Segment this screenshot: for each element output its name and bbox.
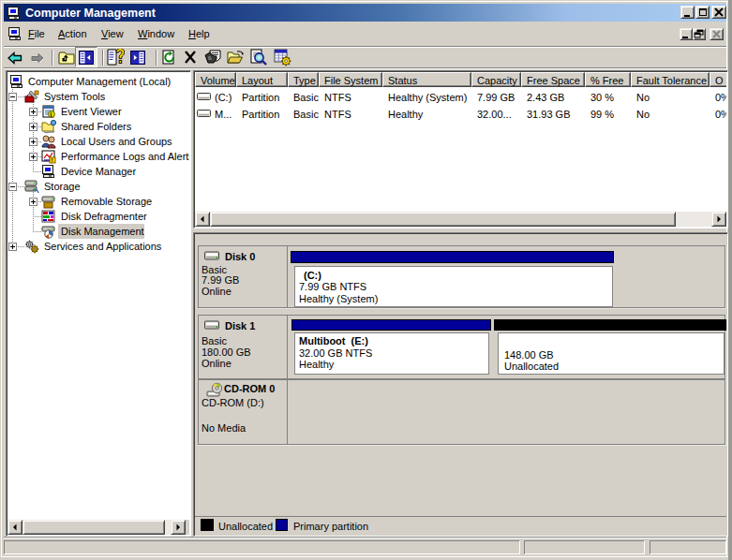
svg-text:!: ! bbox=[52, 157, 53, 163]
svg-text:i: i bbox=[51, 111, 52, 118]
